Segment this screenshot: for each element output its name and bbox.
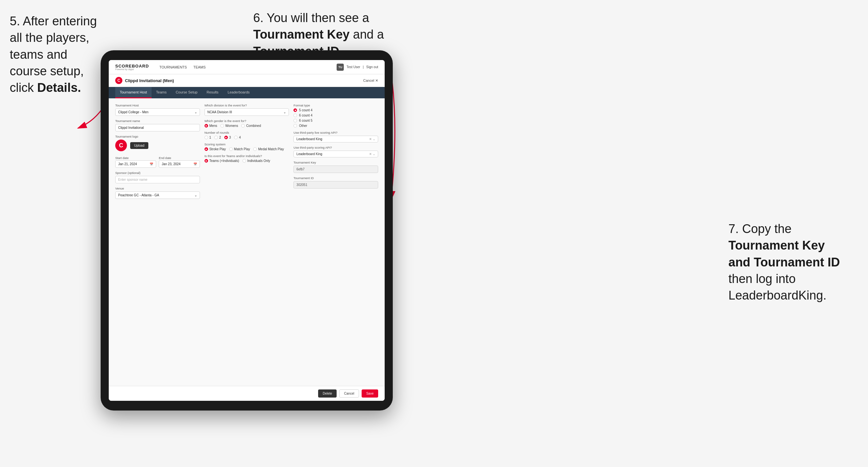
division-input[interactable]: NCAA Division III ⌄ bbox=[205, 108, 289, 116]
tab-teams[interactable]: Teams bbox=[152, 87, 171, 98]
gender-mens[interactable]: Mens bbox=[205, 124, 217, 128]
third-party-2-clear[interactable]: ✕ ⌄ bbox=[369, 152, 375, 156]
end-date-value: Jan 23, 2024 bbox=[162, 162, 181, 166]
third-party-1-clear[interactable]: ✕ ⌄ bbox=[369, 137, 375, 141]
end-date-input[interactable]: Jan 23, 2024 📅 bbox=[159, 160, 199, 168]
format-other[interactable]: Other bbox=[293, 124, 378, 128]
date-row: Start date Jan 21, 2024 📅 End date Jan 2… bbox=[115, 154, 200, 168]
rounds-1-label: 1 bbox=[209, 136, 211, 139]
calendar-icon: 📅 bbox=[150, 163, 153, 166]
annotation-br-bold2: and Tournament ID bbox=[728, 255, 840, 269]
sponsor-input[interactable]: Enter sponsor name bbox=[115, 176, 200, 183]
format-label: Format type bbox=[293, 103, 378, 107]
rounds-4-radio[interactable] bbox=[234, 136, 238, 139]
scoring-medal-match[interactable]: Medal Match Play bbox=[253, 147, 284, 151]
format-6c4-radio[interactable] bbox=[293, 114, 297, 117]
scoring-match-radio[interactable] bbox=[229, 147, 233, 151]
dropdown-icon-div: ⌄ bbox=[283, 110, 286, 114]
format-other-radio[interactable] bbox=[293, 124, 297, 128]
rounds-1[interactable]: 1 bbox=[205, 136, 211, 139]
venue-input[interactable]: Peachtree GC - Atlanta - GA ⌄ bbox=[115, 191, 200, 199]
third-party-1-input[interactable]: Leaderboard King ✕ ⌄ bbox=[293, 136, 378, 143]
gender-womens-label: Womens bbox=[225, 124, 238, 128]
tournament-name-value: Clippd Invitational bbox=[118, 126, 144, 129]
tournament-name-input[interactable]: Clippd Invitational bbox=[115, 124, 200, 131]
format-5c4-radio[interactable] bbox=[293, 108, 297, 112]
tournament-id-value: 302051 bbox=[297, 183, 307, 187]
annotation-left-line2: all the players, bbox=[10, 31, 89, 44]
gender-womens-radio[interactable] bbox=[220, 124, 224, 128]
gender-womens[interactable]: Womens bbox=[220, 124, 238, 128]
sponsor-placeholder: Enter sponsor name bbox=[118, 178, 147, 181]
tab-leaderboards[interactable]: Leaderboards bbox=[223, 87, 254, 98]
division-value: NCAA Division III bbox=[208, 110, 232, 114]
third-party-2-input[interactable]: Leaderboard King ✕ ⌄ bbox=[293, 151, 378, 157]
gender-radio-group: Mens Womens Combined bbox=[205, 124, 289, 128]
format-6c5-radio[interactable] bbox=[293, 119, 297, 122]
gender-combined-label: Combined bbox=[246, 124, 261, 128]
sign-out-link[interactable]: Sign out bbox=[366, 65, 378, 69]
upload-button[interactable]: Upload bbox=[130, 142, 148, 149]
annotation-br-line4: LeaderboardKing. bbox=[728, 288, 827, 302]
scoring-medal-label: Medal Match Play bbox=[258, 147, 284, 151]
tab-course-setup[interactable]: Course Setup bbox=[171, 87, 202, 98]
calendar-icon-end: 📅 bbox=[193, 163, 197, 166]
annotation-top-right-line1: 6. You will then see a bbox=[253, 11, 369, 25]
teams-group: Is this event for Teams and/or Individua… bbox=[205, 154, 289, 163]
format-5c4[interactable]: 5 count 4 bbox=[293, 108, 378, 112]
tournament-id-label: Tournament ID bbox=[293, 176, 378, 180]
third-party-1-label: Use third-party live scoring API? bbox=[293, 131, 378, 134]
rounds-1-radio[interactable] bbox=[205, 136, 208, 139]
tab-results[interactable]: Results bbox=[202, 87, 223, 98]
teams-plus-individuals[interactable]: Teams (+Individuals) bbox=[205, 159, 239, 163]
format-5c4-label: 5 count 4 bbox=[299, 108, 312, 112]
start-date-input[interactable]: Jan 21, 2024 📅 bbox=[115, 160, 156, 168]
rounds-2-radio[interactable] bbox=[214, 136, 218, 139]
rounds-3-radio[interactable] bbox=[224, 136, 228, 139]
start-date-group: Start date Jan 21, 2024 📅 bbox=[115, 154, 156, 168]
tournament-host-input[interactable]: Clippd College - Men ⌄ bbox=[115, 108, 200, 116]
tournament-key-label: Tournament Key bbox=[293, 161, 378, 164]
teams-plus-radio[interactable] bbox=[205, 159, 208, 163]
tournament-id-field: 302051 bbox=[293, 181, 378, 189]
cancel-button[interactable]: Cancel bbox=[339, 390, 359, 398]
nav-tournaments[interactable]: TOURNAMENTS bbox=[159, 65, 187, 69]
scoring-stroke-label: Stroke Play bbox=[209, 147, 226, 151]
nav-teams[interactable]: TEAMS bbox=[193, 65, 206, 69]
brand-logo: SCOREBOARD Powered by clippd bbox=[115, 64, 149, 70]
individuals-radio[interactable] bbox=[243, 159, 246, 163]
scoring-radio-group: Stroke Play Match Play Medal Match Play bbox=[205, 147, 289, 151]
tournament-host-value: Clippd College - Men bbox=[118, 110, 148, 114]
rounds-4-label: 4 bbox=[239, 136, 241, 139]
page-title-row: C Clippd Invitational (Men) bbox=[115, 77, 174, 84]
scoring-stroke[interactable]: Stroke Play bbox=[205, 147, 226, 151]
page-cancel-link[interactable]: Cancel ✕ bbox=[363, 79, 378, 83]
teams-plus-label: Teams (+Individuals) bbox=[209, 159, 239, 163]
user-avatar: TU bbox=[337, 64, 344, 71]
form-section-right: Format type 5 count 4 6 count 4 6 cou bbox=[293, 103, 378, 199]
scoring-stroke-radio[interactable] bbox=[205, 147, 208, 151]
delete-button[interactable]: Delete bbox=[318, 390, 337, 398]
format-6c4[interactable]: 6 count 4 bbox=[293, 114, 378, 117]
gender-mens-radio[interactable] bbox=[205, 124, 208, 128]
individuals-only[interactable]: Individuals Only bbox=[243, 159, 270, 163]
rounds-4[interactable]: 4 bbox=[234, 136, 241, 139]
rounds-3[interactable]: 3 bbox=[224, 136, 231, 139]
scoring-group: Scoring system Stroke Play Match Play bbox=[205, 143, 289, 151]
tab-details[interactable]: Tournament Host bbox=[115, 87, 152, 98]
gender-combined[interactable]: Combined bbox=[241, 124, 261, 128]
scoring-match[interactable]: Match Play bbox=[229, 147, 250, 151]
gender-label: Which gender is the event for? bbox=[205, 119, 289, 123]
sponsor-label: Sponsor (optional) bbox=[115, 171, 200, 175]
annotation-top-right-text2: and a bbox=[350, 28, 384, 41]
gender-combined-radio[interactable] bbox=[241, 124, 245, 128]
page-logo: C bbox=[115, 77, 122, 84]
save-button[interactable]: Save bbox=[362, 390, 378, 398]
rounds-2[interactable]: 2 bbox=[214, 136, 221, 139]
format-6c5[interactable]: 6 count 5 bbox=[293, 119, 378, 122]
format-other-label: Other bbox=[299, 124, 307, 128]
third-party-2-label: Use third-party scoring API? bbox=[293, 146, 378, 149]
form-footer: Delete Cancel Save bbox=[109, 386, 385, 401]
scoring-medal-radio[interactable] bbox=[253, 147, 257, 151]
dropdown-icon-venue: ⌄ bbox=[194, 193, 197, 197]
